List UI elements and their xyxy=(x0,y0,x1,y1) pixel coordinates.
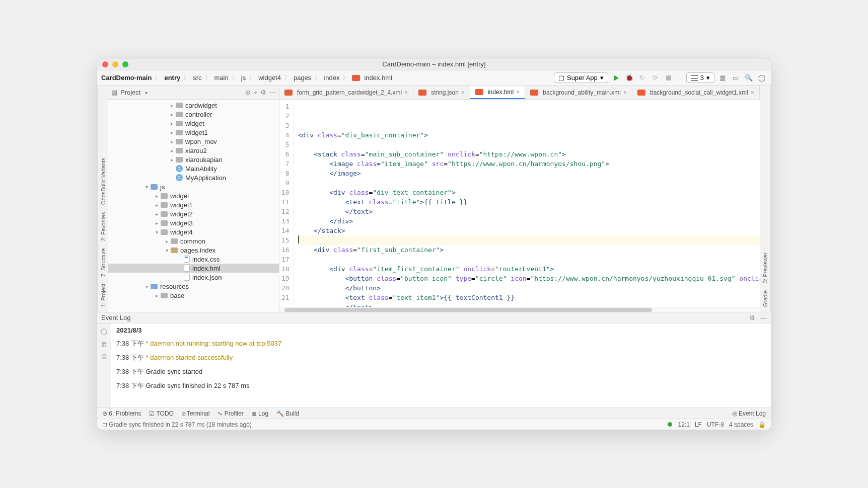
tree-item[interactable]: ▸index.json xyxy=(108,273,279,282)
tree-item[interactable]: ▸widget xyxy=(108,119,279,128)
editor-tab[interactable]: string.json× xyxy=(413,86,470,99)
tool-strip-item[interactable]: 3: Previewer xyxy=(762,253,768,283)
breadcrumb-item[interactable]: src xyxy=(193,74,201,82)
run-config-selector[interactable]: ▢ Super App ▾ xyxy=(554,72,608,83)
tree-item[interactable]: ▾widget4 xyxy=(108,227,279,236)
breadcrumb-item[interactable]: entry xyxy=(164,74,180,82)
debug-button[interactable]: 🐞 xyxy=(624,73,634,83)
code-line[interactable]: <div class="div_text_container"> xyxy=(298,188,760,197)
project-view-selector[interactable]: ▤ Project xyxy=(111,89,148,96)
expand-arrow-icon[interactable]: ▸ xyxy=(169,112,175,117)
close-tab-icon[interactable]: × xyxy=(516,89,520,96)
editor-tab[interactable]: background_social_call_widget1.xml× xyxy=(632,86,760,99)
bottom-tool-tab[interactable]: 🔨 Build xyxy=(276,410,299,417)
tree-item[interactable]: ▸base xyxy=(108,291,279,300)
code-line[interactable]: <div class="div_basic_container"> xyxy=(298,130,760,140)
tree-item[interactable]: ▸CMainAbility xyxy=(108,164,279,173)
expand-arrow-icon[interactable]: ▸ xyxy=(164,238,170,244)
expand-arrow-icon[interactable]: ▾ xyxy=(164,248,170,253)
breadcrumb-item[interactable]: main xyxy=(214,74,229,82)
code-line[interactable]: </button> xyxy=(298,283,760,293)
tree-item[interactable]: ▸widget xyxy=(108,191,279,200)
code-line[interactable] xyxy=(298,235,760,245)
breadcrumb[interactable]: CardDemo-main〉entry〉src〉main〉js〉widget4〉… xyxy=(101,73,392,83)
breadcrumb-item[interactable]: js xyxy=(241,74,246,82)
code-line[interactable]: <text class="title">{{ title }} xyxy=(298,197,760,207)
caret-position[interactable]: 12:1 xyxy=(678,421,690,428)
gear-icon[interactable]: ⚙ xyxy=(749,314,755,321)
horizontal-scrollbar[interactable] xyxy=(279,307,760,312)
editor-tab[interactable]: background_ability_main.xml× xyxy=(525,86,632,99)
tree-item[interactable]: ▾js xyxy=(108,182,279,191)
profile-button[interactable]: ⟳ xyxy=(650,73,661,83)
event-log-content[interactable]: 2021/8/37:38 下午 * daemon not running; st… xyxy=(111,323,771,408)
tree-item[interactable]: ▸widget1 xyxy=(108,200,279,209)
tree-item[interactable]: ▸index.css xyxy=(108,255,279,264)
tree-item[interactable]: ▸widget3 xyxy=(108,218,279,227)
code-line[interactable]: <text class="text_item1">{{ textContent1… xyxy=(298,293,760,302)
expand-arrow-icon[interactable]: ▸ xyxy=(154,211,160,217)
expand-arrow-icon[interactable]: ▸ xyxy=(154,202,160,208)
editor-tab[interactable]: index.hml× xyxy=(470,86,525,99)
run-button[interactable] xyxy=(611,73,621,83)
line-separator[interactable]: LF xyxy=(695,421,702,428)
scrollbar-thumb[interactable] xyxy=(284,308,652,312)
filter-icon[interactable]: ÷ xyxy=(254,89,257,96)
stop-button[interactable] xyxy=(664,73,674,83)
code-line[interactable] xyxy=(298,140,760,149)
tool-strip-left[interactable]: 1: Project7: Structure2: FavoritesOhosBu… xyxy=(97,86,108,312)
tree-item[interactable]: ▸cardwidget xyxy=(108,101,279,110)
tree-item[interactable]: ▸index.hml xyxy=(108,264,279,273)
close-tab-icon[interactable]: × xyxy=(404,89,408,96)
collapse-icon[interactable]: — xyxy=(760,314,767,321)
code-line[interactable]: <div class="first_sub_container"> xyxy=(298,245,760,255)
tree-item[interactable]: ▸widget2 xyxy=(108,209,279,218)
code-line[interactable]: <div class="item_first_container" onclic… xyxy=(298,264,760,274)
project-tree[interactable]: ▸cardwidget▸controller▸widget▸widget1▸wp… xyxy=(108,100,279,312)
code-line[interactable]: </text> xyxy=(298,207,760,216)
close-tab-icon[interactable]: × xyxy=(461,89,465,96)
expand-arrow-icon[interactable]: ▸ xyxy=(169,103,175,108)
expand-arrow-icon[interactable]: ▸ xyxy=(169,148,175,153)
bottom-tool-tab[interactable]: ⎚ Terminal xyxy=(182,410,209,417)
breadcrumb-item[interactable]: widget4 xyxy=(258,74,281,82)
editor-tab[interactable]: form_grid_pattern_cardwidget_2_4.xml× xyxy=(279,86,413,99)
tool-strip-item[interactable]: 1: Project xyxy=(100,284,106,307)
expand-arrow-icon[interactable]: ▾ xyxy=(154,229,160,235)
tool-strip-item[interactable]: 7: Structure xyxy=(100,248,106,277)
tree-item[interactable]: ▸xiaroukapian xyxy=(108,155,279,164)
breadcrumb-item[interactable]: index xyxy=(324,74,339,82)
gear-icon[interactable]: ⚙ xyxy=(260,89,266,96)
tree-item[interactable]: ▾resources xyxy=(108,282,279,291)
code-line[interactable]: <stack class="main_sub_container" onclic… xyxy=(298,149,760,159)
tree-item[interactable]: ▸xiarou2 xyxy=(108,146,279,155)
tree-item[interactable]: ▸wpon_mov xyxy=(108,137,279,146)
close-tab-icon[interactable]: × xyxy=(623,89,627,96)
breadcrumb-item[interactable]: pages xyxy=(294,74,311,82)
breadcrumb-item[interactable]: index.hml xyxy=(364,74,392,82)
target-icon[interactable]: ◎ xyxy=(101,352,107,360)
counter-pill[interactable]: 3 ▾ xyxy=(686,72,714,83)
tree-item[interactable]: ▸controller xyxy=(108,110,279,119)
expand-arrow-icon[interactable]: ▸ xyxy=(169,139,175,144)
code-editor[interactable]: 123456789101112131415161718192021 ✔ <div… xyxy=(279,100,760,307)
code-line[interactable]: </div> xyxy=(298,216,760,226)
expand-arrow-icon[interactable]: ▸ xyxy=(169,130,175,135)
screen-icon[interactable]: ▭ xyxy=(731,73,741,83)
code-line[interactable]: <image class="item_image" src="https://w… xyxy=(298,159,760,169)
target-icon[interactable]: ⊕ xyxy=(245,89,251,96)
tool-strip-right[interactable]: Gradle3: Previewer xyxy=(760,86,771,312)
tree-item[interactable]: ▸CMyApplication xyxy=(108,173,279,182)
breadcrumb-item[interactable]: CardDemo-main xyxy=(101,74,152,82)
coverage-button[interactable]: ↻ xyxy=(637,73,647,83)
folder-icon[interactable]: ▥ xyxy=(717,73,728,83)
user-icon[interactable]: ◯ xyxy=(757,73,767,83)
expand-arrow-icon[interactable]: ▾ xyxy=(143,284,150,289)
tool-strip-item[interactable]: OhosBuild Variants xyxy=(100,158,106,205)
code-line[interactable]: </text> xyxy=(298,302,760,307)
expand-arrow-icon[interactable]: ▸ xyxy=(154,193,160,199)
bottom-tool-tab[interactable]: ⊘ 6: Problems xyxy=(102,410,141,417)
search-icon[interactable]: 🔍 xyxy=(744,73,754,83)
code-line[interactable] xyxy=(298,178,760,188)
trash-icon[interactable]: 🗑 xyxy=(101,341,107,348)
